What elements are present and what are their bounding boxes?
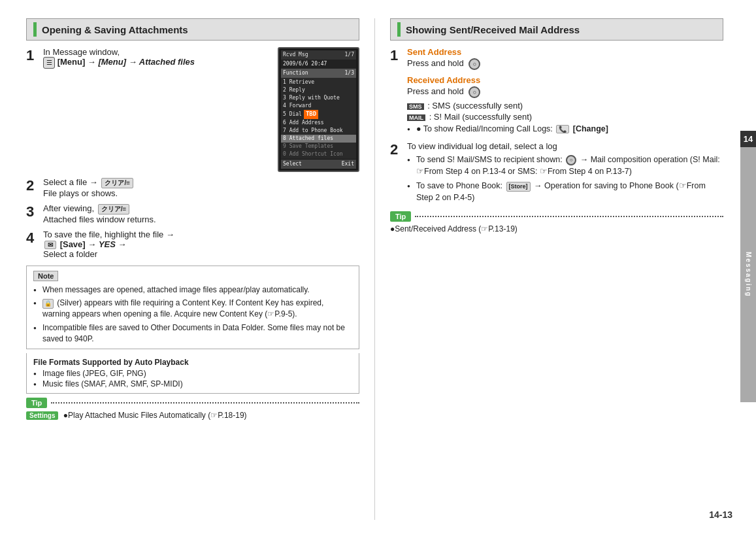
right-tip-bar: Tip [390, 211, 723, 222]
ss-count: 1/7 [345, 51, 354, 59]
ss-item-2: 2 Reply [281, 86, 356, 94]
left-tip-text: ●Play Attached Music Files Automatically… [63, 411, 247, 420]
ss-func-label: Function [283, 69, 308, 77]
yes-label: YES [99, 239, 116, 249]
step-2-content: Select a file → クリア/≡ File plays or show… [43, 177, 135, 198]
left-tip-content: Settings ●Play Attached Music Files Auto… [26, 411, 359, 420]
step-1-attached-files: [Menu] → Attached files [98, 57, 195, 67]
ss-menu-list: 1 Retrieve 2 Reply 3 Reply with Quote 4 … [281, 78, 356, 159]
ss-select: Select [283, 160, 302, 168]
ss-exit: Exit [342, 160, 354, 168]
note-item-2: ● 🔒 (Silver) appears with file requiring… [33, 298, 352, 320]
ss-func-count: 1/3 [345, 69, 354, 77]
step-1-line1: In Message window, [43, 47, 195, 57]
step2-bullet-2: ● To save to Phone Book: [Store] → Opera… [407, 181, 723, 203]
step-3-line1: After viewing, クリア/≡ [43, 203, 156, 215]
format-item-1: ● Image files (JPEG, GIF, PNG) [33, 369, 352, 378]
formats-title: File Formats Supported by Auto Playback [33, 358, 352, 367]
sent-circle-btn: ○ [468, 58, 480, 70]
step-4-line2: ✉ [Save] → YES → [43, 239, 174, 249]
step-3-content: After viewing, クリア/≡ Attached files wind… [43, 203, 156, 224]
left-tip-section: Tip Settings ●Play Attached Music Files … [26, 398, 359, 420]
ss-tbd: TBD [304, 110, 318, 119]
chapter-number-badge: 14 [740, 131, 756, 147]
menu-icon: ☰ [43, 57, 55, 69]
screenshot-mock: Rcvd Msg 1/7 2009/6/6 20:47 Function 1/3… [278, 47, 359, 172]
ss-item-0: 0 Add Shortcut Icon [281, 150, 356, 158]
right-tip-dots [415, 216, 723, 217]
step-2-line1: Select a file → クリア/≡ [43, 177, 135, 188]
step2-bullet-1: ● To send S! Mail/SMS to recipient shown… [407, 154, 723, 177]
note-list: ● When messages are opened, attached ima… [33, 284, 352, 345]
right-tip-content: ●Sent/Received Address (☞P.13-19) [390, 224, 723, 233]
change-label: [Change] [573, 124, 608, 133]
step-1-content: In Message window, ☰ [Menu] → [Menu] → A… [43, 47, 359, 172]
bullet1-text: To send S! Mail/SMS to recipient shown: [416, 155, 563, 164]
ss-date: 2009/6/6 20:47 [281, 60, 356, 69]
clear-key: クリア/≡ [101, 178, 133, 188]
ss-header-row: Rcvd Msg 1/7 [281, 50, 356, 60]
step2-main-text: To view individual log detail, select a … [407, 141, 723, 151]
right-step-1-content: Sent Address Press and hold ○ Received A… [407, 47, 608, 133]
sms-badge: SMS [407, 103, 424, 110]
ss-function-row: Function 1/3 [281, 69, 356, 78]
ss-item-3: 3 Reply with Quote [281, 94, 356, 102]
formats-box: File Formats Supported by Auto Playback … [26, 353, 359, 394]
step-4-number: 4 [26, 230, 38, 259]
left-panel: Opening & Saving Attachments 1 In Messag… [26, 18, 359, 520]
step-2-number: 2 [26, 177, 38, 198]
note-box: Note ● When messages are opened, attache… [26, 266, 359, 350]
step2-bullets: ● To send S! Mail/SMS to recipient shown… [407, 154, 723, 203]
step-1-menu-label: [Menu] → [58, 57, 99, 67]
sent-address-text: Press and hold ○ [407, 58, 608, 70]
right-step-1-row: 1 Sent Address Press and hold ○ Received… [390, 47, 723, 133]
right-tip-text: ●Sent/Received Address (☞P.13-19) [390, 224, 518, 233]
ss-item-6: 6 Add Address [281, 119, 356, 127]
step-4-content: To save the file, highlight the file → ✉… [43, 230, 174, 259]
ss-item-9: 9 Save Templates [281, 143, 356, 150]
note-item-1: ● When messages are opened, attached ima… [33, 284, 352, 296]
step-1-row: 1 In Message window, ☰ [Menu] → [Menu] →… [26, 47, 359, 172]
right-section-header: Showing Sent/Received Mail Address [390, 18, 723, 41]
left-section-header: Opening & Saving Attachments [26, 18, 359, 41]
left-tip-dots [51, 402, 359, 404]
right-tip-section: Tip ●Sent/Received Address (☞P.13-19) [390, 211, 723, 233]
left-header-title: Opening & Saving Attachments [42, 24, 188, 35]
ss-item-5-row: 5 Dial TBD [281, 110, 356, 119]
right-header-accent [397, 22, 401, 37]
mail-line: MAIL : S! Mail (successfully sent) [407, 112, 608, 122]
step-3-row: 3 After viewing, クリア/≡ Attached files wi… [26, 203, 359, 224]
step-1-number: 1 [26, 47, 38, 172]
change-key: 📞 [556, 125, 569, 133]
sms-line: SMS : SMS (successfully sent) [407, 101, 608, 111]
ss-item-1: 1 Retrieve [281, 78, 356, 86]
note-label: Note [33, 271, 58, 281]
silver-icon: 🔒 [42, 299, 54, 309]
recipient-circle: ○ [566, 155, 576, 165]
received-address-text: Press and hold ○ [407, 86, 608, 98]
column-divider [374, 18, 375, 520]
redial-log-line: ● ● To show Redial/Incoming Call Logs: 📞… [407, 124, 608, 133]
format-item-2: ● Music files (SMAF, AMR, SMF, SP-MIDI) [33, 379, 352, 388]
ss-footer: Select Exit [281, 160, 356, 169]
chapter-tab-area: 14 Messaging [740, 131, 756, 402]
left-tip-bar: Tip [26, 398, 359, 408]
received-address-label: Received Address [407, 75, 608, 85]
mail-desc: : S! Mail (successfully sent) [429, 112, 533, 122]
bullet2-text: To save to Phone Book: [416, 181, 502, 190]
header-accent-bar [33, 22, 37, 37]
note-item-3: ● Incompatible files are saved to Other … [33, 322, 352, 345]
right-tip-label: Tip [390, 211, 411, 222]
ss-item-7: 7 Add to Phone Book [281, 127, 356, 135]
step-3-line2: Attached files window returns. [43, 215, 156, 224]
step-1-line2: ☰ [Menu] → [Menu] → Attached files [43, 57, 195, 69]
step-2-row: 2 Select a file → クリア/≡ File plays or sh… [26, 177, 359, 198]
save-icon: ✉ [44, 241, 56, 249]
save-label: [Save] → [60, 239, 99, 249]
settings-badge: Settings [26, 411, 58, 420]
ss-item-4: 4 Forward [281, 102, 356, 110]
right-step-2-content: To view individual log detail, select a … [407, 141, 723, 203]
right-panel: Showing Sent/Received Mail Address 1 Sen… [390, 18, 723, 520]
step-4-line1: To save the file, highlight the file → [43, 230, 174, 239]
ss-rcvd: Rcvd Msg [283, 51, 308, 59]
